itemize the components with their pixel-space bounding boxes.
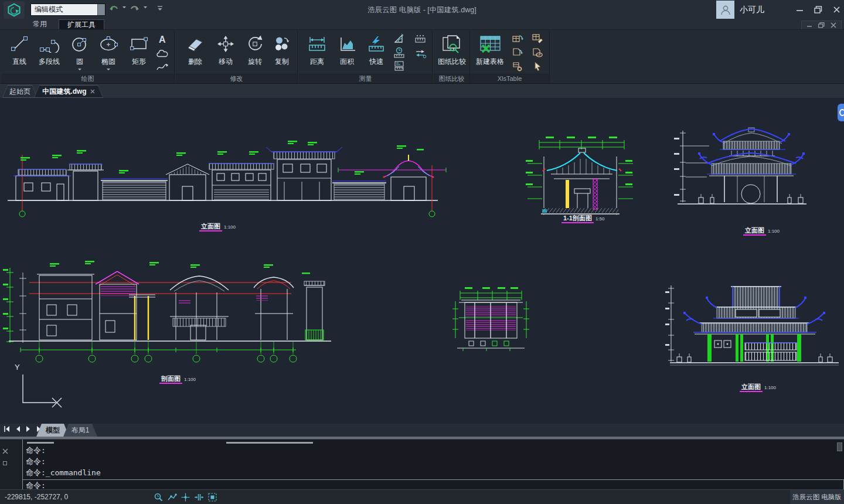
close-button[interactable] — [833, 6, 840, 13]
tab-layout1[interactable]: 布局1 — [63, 424, 97, 437]
doc-tab-start-page[interactable]: 起始页 — [2, 85, 38, 98]
undo-dropdown-icon[interactable] — [122, 6, 126, 10]
polyline-mode-icon[interactable] — [167, 492, 177, 502]
command-dock-icon[interactable] — [3, 461, 7, 465]
ellipse-dropdown-icon[interactable] — [107, 69, 110, 72]
cloud-icon — [156, 49, 169, 58]
mdi-window-controls — [801, 21, 842, 30]
xls-settings-button[interactable] — [510, 61, 525, 73]
rotate-button[interactable]: 旋转 — [241, 32, 268, 74]
rectangle-button[interactable]: 矩形 — [125, 32, 152, 74]
sketch-button[interactable] — [155, 61, 170, 73]
line-button[interactable]: 直线 — [6, 32, 33, 74]
command-line: 命令:_commandline — [23, 467, 844, 478]
new-table-icon — [478, 32, 502, 56]
xls-link-button[interactable] — [530, 47, 545, 59]
polyline-button[interactable]: 多段线 — [34, 32, 64, 74]
quick-measure-button[interactable]: 快速 — [363, 32, 389, 74]
tab-extended-tools[interactable]: 扩展工具 — [59, 19, 104, 29]
drawing-compare-button[interactable]: 图纸比较 — [435, 32, 469, 74]
table-refresh-icon — [512, 33, 523, 44]
protractor-icon — [393, 33, 405, 44]
quick-measure-icon — [366, 32, 386, 56]
ribbon-tab-row: 常用 扩展工具 — [0, 19, 844, 29]
xls-select-button[interactable] — [530, 61, 545, 73]
measure-radius-button[interactable] — [392, 46, 407, 58]
distance-button[interactable]: 距离 — [304, 32, 331, 74]
rotate-icon — [246, 32, 264, 56]
measure-list-button[interactable] — [392, 60, 407, 71]
prev-tab-button[interactable] — [15, 425, 21, 433]
label-elev-main: 立面图1:100 — [199, 222, 236, 231]
xls-edit-table-button[interactable] — [530, 33, 545, 45]
first-tab-button[interactable] — [4, 425, 10, 433]
copy-button[interactable]: 复制 — [270, 32, 294, 74]
qat-customize-icon[interactable] — [157, 5, 163, 11]
new-table-button[interactable]: 新建表格 — [472, 32, 508, 74]
command-close-icon[interactable] — [2, 448, 8, 454]
selection-cycling-icon[interactable] — [207, 492, 217, 502]
undo-button[interactable] — [109, 4, 118, 12]
area-icon — [337, 32, 357, 56]
circle-dropdown-icon[interactable] — [78, 69, 81, 72]
cloud-panel-handle[interactable] — [838, 104, 844, 121]
ribbon-group-compare: 图纸比较 图纸比较 — [434, 30, 470, 83]
line-icon — [9, 32, 29, 56]
zoom-realtime-icon[interactable] — [154, 492, 164, 502]
drawing-compare-icon — [440, 32, 464, 56]
brand-label: 浩辰云图 电脑版 — [790, 490, 844, 504]
distance-icon — [307, 32, 327, 56]
next-tab-button[interactable] — [26, 425, 31, 433]
drawing-canvas[interactable]: Y 立面图1:100 1-1剖面图1:50 立面图1:100 剖面图1:100 … — [0, 98, 844, 424]
doc-tab-current[interactable]: 中国建筑.dwg — [34, 85, 103, 98]
ribbon-group-modify: 删除 移动 旋转 复制 修改 — [176, 30, 298, 83]
command-history[interactable]: 命令: 命令: 命令:_commandline 命令: — [22, 440, 844, 489]
copy-icon — [273, 32, 291, 56]
polyline-icon — [39, 32, 60, 56]
table-edit-icon — [532, 33, 543, 44]
window-controls — [796, 0, 840, 19]
erase-button[interactable]: 删除 — [182, 32, 209, 74]
command-scrollbar[interactable] — [837, 442, 842, 451]
tab-home[interactable]: 常用 — [25, 19, 55, 29]
xls-update-table-button[interactable] — [510, 33, 525, 45]
group-label-modify: 修改 — [176, 74, 297, 83]
mode-select-combobox[interactable]: 编辑模式 — [30, 4, 106, 16]
ellipse-button[interactable]: 椭圆 — [94, 32, 123, 74]
layout-tab-bar: 模型 布局1 — [0, 424, 844, 437]
quick-access-toolbar — [109, 4, 163, 12]
revision-cloud-button[interactable] — [155, 47, 170, 59]
mdi-restore-button[interactable] — [818, 22, 825, 28]
restore-button[interactable] — [814, 6, 822, 13]
xls-update-sheet-button[interactable] — [510, 47, 525, 59]
mode-select-value: 编辑模式 — [35, 5, 63, 13]
group-label-draw: 绘图 — [1, 74, 174, 83]
text-button[interactable]: A — [155, 33, 170, 45]
ribbon: 直线 多段线 圆 椭圆 矩形 — [0, 29, 844, 84]
redo-button[interactable] — [130, 4, 139, 12]
group-label-measure: 测量 — [299, 74, 432, 83]
area-button[interactable]: 面积 — [333, 32, 361, 74]
table-gear-icon — [512, 62, 523, 72]
mode-select-scroll[interactable] — [97, 4, 105, 15]
app-logo-icon[interactable] — [4, 1, 25, 19]
move-button[interactable]: 移动 — [212, 32, 239, 74]
mdi-close-button[interactable] — [831, 22, 836, 28]
redo-dropdown-icon[interactable] — [144, 6, 147, 10]
user-avatar[interactable] — [716, 1, 734, 19]
sheet-link-icon — [532, 47, 543, 58]
ribbon-group-measure: 距离 面积 快速 测量 — [299, 30, 433, 83]
osnap-icon[interactable] — [194, 492, 204, 502]
svg-text:A: A — [159, 35, 166, 45]
move-icon — [216, 32, 236, 56]
snap-icon[interactable] — [181, 492, 190, 502]
ucs-icon: Y — [9, 360, 67, 416]
measure-angle-button[interactable] — [392, 33, 407, 45]
mdi-minimize-button[interactable] — [806, 22, 812, 28]
minimize-button[interactable] — [796, 6, 804, 13]
person-icon — [720, 4, 731, 16]
circle-button[interactable]: 圆 — [67, 32, 93, 74]
doc-tab-close-icon[interactable] — [90, 89, 95, 94]
measure-convert-button[interactable] — [413, 47, 428, 59]
measure-ruler-button[interactable] — [413, 33, 428, 45]
